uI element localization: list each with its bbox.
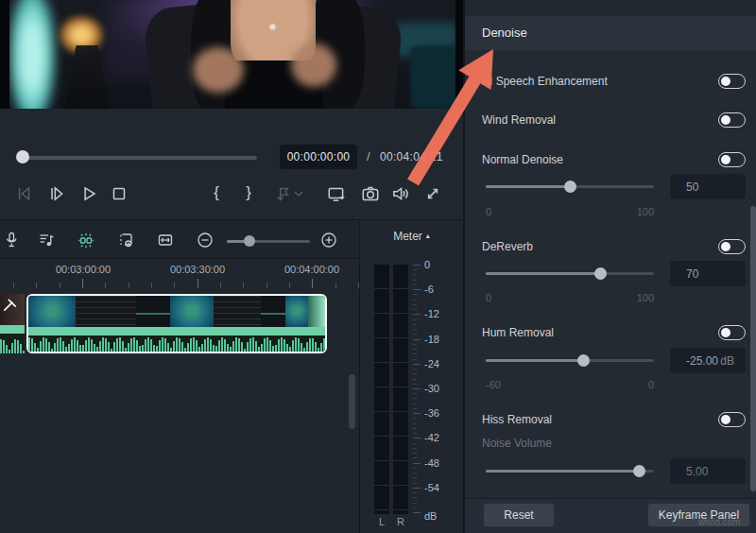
waveform-bar: [91, 339, 93, 352]
meter-ticks-major: [413, 265, 421, 515]
normal-denoise-label: Normal Denoise: [482, 153, 563, 166]
waveform-bar: [139, 346, 141, 352]
waveform-bar: [295, 337, 297, 352]
waveform-bar: [94, 344, 95, 352]
waveform-bar: [170, 348, 172, 352]
meter-scale-label: -6: [424, 284, 434, 295]
panel-scrollbar[interactable]: [750, 206, 756, 491]
ruler-tick: [60, 283, 60, 288]
previous-clip-fragment[interactable]: [0, 294, 25, 353]
hum-removal-label: Hum Removal: [482, 326, 554, 339]
mark-out-button[interactable]: }: [242, 181, 255, 204]
ai-speech-label: AI Speech Enhancement: [482, 75, 608, 88]
waveform-bar: [210, 339, 212, 352]
waveform-bar: [298, 338, 300, 352]
waveform-bar: [20, 344, 22, 353]
wind-removal-toggle[interactable]: [718, 112, 746, 128]
ai-speech-toggle[interactable]: [718, 74, 746, 89]
zoom-in-button[interactable]: [318, 229, 340, 251]
timeline-ruler[interactable]: 00:03:00:0000:03:30:0000:04:00:00: [0, 259, 359, 289]
timeline-vertical-scrollbar[interactable]: [349, 374, 355, 429]
waveform-bar: [108, 342, 110, 352]
waveform-bar: [45, 338, 47, 352]
selected-video-clip[interactable]: [26, 294, 327, 353]
record-voiceover-button[interactable]: [0, 229, 23, 251]
meter-header[interactable]: Meter▴: [360, 230, 463, 243]
waveform-bar: [23, 351, 25, 353]
waveform-bar: [74, 337, 76, 352]
hiss-removal-toggle[interactable]: [718, 412, 746, 427]
next-frame-button[interactable]: [45, 182, 68, 205]
timeline-zoom-handle[interactable]: [244, 235, 255, 247]
meter-scale-label: -30: [424, 383, 439, 394]
dereverb-slider[interactable]: [486, 266, 654, 280]
waveform-bar: [99, 341, 101, 352]
clip-audio-band: [28, 327, 325, 335]
waveform-bar: [201, 344, 203, 352]
meter-scale-label: -54: [424, 482, 439, 493]
waveform-bar: [320, 343, 322, 352]
waveform-bar: [153, 345, 155, 352]
seek-handle[interactable]: [16, 150, 29, 163]
previous-frame-button[interactable]: [12, 182, 35, 205]
hum-removal-value[interactable]: -25.00dB: [670, 348, 746, 373]
play-button[interactable]: [77, 182, 100, 205]
render-preview-button[interactable]: [114, 229, 137, 251]
hum-removal-slider[interactable]: [486, 353, 654, 367]
waveform-bar: [3, 340, 5, 353]
waveform-bar: [40, 341, 42, 352]
denoise-panel-header[interactable]: Denoise: [465, 16, 756, 50]
ruler-tick: [13, 283, 14, 288]
current-timecode[interactable]: 00:00:00:00: [280, 145, 357, 169]
meter-scale-label: -18: [424, 334, 439, 345]
waveform-bar: [213, 345, 215, 352]
video-preview: [0, 0, 463, 109]
waveform-bar: [17, 340, 19, 353]
waveform-bar: [303, 348, 305, 352]
dereverb-toggle[interactable]: [718, 239, 746, 254]
chevron-down-icon[interactable]: [291, 182, 306, 205]
waveform-bar: [249, 338, 251, 352]
waveform-bar: [88, 337, 90, 352]
waveform-bar: [65, 347, 67, 352]
fullscreen-button[interactable]: [421, 182, 444, 205]
denoise-panel: Denoise AI Speech Enhancement Wind Remov…: [463, 0, 756, 533]
dereverb-label: DeReverb: [482, 240, 533, 253]
waveform-bar: [48, 342, 50, 352]
zoom-out-button[interactable]: [194, 229, 216, 251]
wind-removal-label: Wind Removal: [482, 113, 556, 127]
seek-bar[interactable]: [19, 156, 257, 160]
waveform-bar: [51, 349, 53, 352]
audio-mixer-button[interactable]: [35, 229, 58, 251]
waveform-bar: [116, 338, 118, 352]
waveform-bar: [6, 345, 8, 353]
mark-in-button[interactable]: {: [210, 181, 223, 204]
waveform-bar: [85, 340, 87, 352]
display-mode-button[interactable]: [325, 182, 348, 205]
waveform-bar: [230, 347, 232, 352]
waveform-bar: [266, 337, 268, 352]
hum-removal-toggle[interactable]: [718, 325, 746, 340]
noise-volume-slider[interactable]: [486, 464, 654, 477]
ruler-tick: [198, 279, 198, 288]
normal-denoise-value[interactable]: 50: [670, 174, 746, 199]
normal-denoise-toggle[interactable]: [718, 152, 746, 167]
reset-button[interactable]: Reset: [484, 504, 554, 526]
waveform-bar: [125, 348, 127, 352]
dereverb-value[interactable]: 70: [670, 261, 746, 286]
waveform-bar: [79, 345, 81, 352]
stop-button[interactable]: [108, 182, 130, 205]
waveform-bar: [71, 339, 73, 352]
snapshot-camera-button[interactable]: [359, 182, 382, 205]
noise-volume-value[interactable]: 5.00: [670, 458, 746, 484]
fit-timeline-button[interactable]: [154, 229, 177, 251]
quick-split-button[interactable]: [75, 229, 97, 251]
waveform-bar: [28, 337, 30, 352]
volume-button[interactable]: [389, 182, 412, 205]
normal-denoise-slider[interactable]: [486, 180, 654, 193]
video-frame: [9, 0, 455, 109]
waveform-bar: [264, 338, 266, 352]
waveform-bar: [164, 338, 166, 352]
meter-scale-label: -48: [424, 457, 439, 469]
waveform-bar: [43, 337, 44, 352]
